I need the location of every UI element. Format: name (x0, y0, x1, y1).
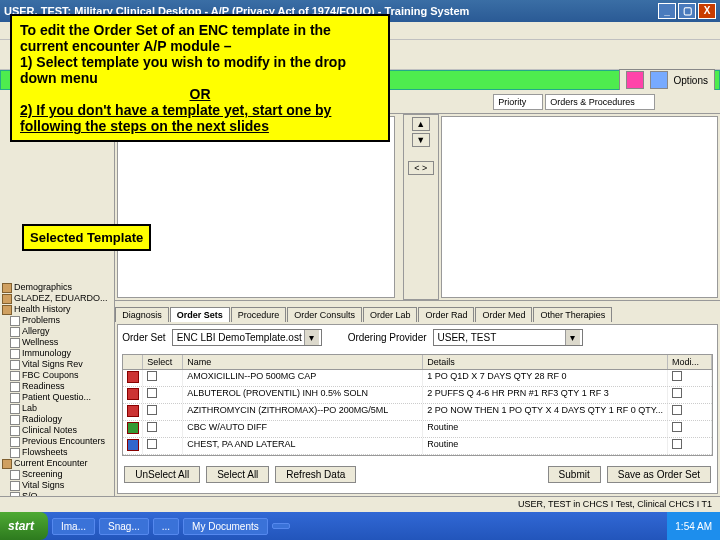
orderset-label: Order Set (122, 332, 165, 343)
nav-tree[interactable]: Demographics GLADEZ, EDUARDO... Health H… (0, 90, 115, 496)
select-checkbox[interactable] (147, 388, 157, 398)
lab-icon (127, 422, 139, 434)
tree-item: Current Encounter (2, 458, 112, 469)
file-icon (10, 382, 20, 392)
status-bar: USER, TEST in CHCS I Test, Clinical CHCS… (0, 496, 720, 512)
select-all-button[interactable]: Select All (206, 466, 269, 483)
table-row[interactable]: AZITHROMYCIN (ZITHROMAX)--PO 200MG/5ML2 … (123, 404, 712, 421)
tab-order-rad[interactable]: Order Rad (418, 307, 474, 322)
taskbar-item[interactable] (272, 523, 290, 529)
tabs: Diagnosis Order Sets Procedure Order Con… (115, 300, 720, 322)
right-pane: Chronic/Acute|Type Priority Orders & Pro… (115, 90, 720, 496)
tree-item: Immunology (10, 348, 112, 359)
file-icon (10, 371, 20, 381)
tab-order-consults[interactable]: Order Consults (287, 307, 362, 322)
tree-item: S/O (10, 491, 112, 496)
modify-checkbox[interactable] (672, 439, 682, 449)
submit-orders-button[interactable]: Submit (548, 466, 601, 483)
file-icon (10, 426, 20, 436)
orders-procedures-area[interactable] (441, 116, 718, 298)
minimize-button[interactable]: _ (658, 3, 676, 19)
start-button[interactable]: start (0, 512, 48, 540)
tab-order-sets[interactable]: Order Sets (170, 307, 230, 322)
table-row[interactable]: CHEST, PA AND LATERALRoutine (123, 438, 712, 455)
tree-item: Radiology (10, 414, 112, 425)
tree-item: Allergy (10, 326, 112, 337)
refresh-data-button[interactable]: Refresh Data (275, 466, 356, 483)
provider-dropdown[interactable]: USER, TEST (433, 329, 583, 346)
taskbar-item[interactable]: Snag... (99, 518, 149, 535)
tree-item: Demographics (2, 282, 112, 293)
tree-item: FBC Coupons (10, 370, 112, 381)
table-row[interactable]: CBC W/AUTO DIFFRoutine (123, 421, 712, 438)
taskbar-item[interactable]: My Documents (183, 518, 268, 535)
modify-checkbox[interactable] (672, 371, 682, 381)
file-icon (10, 316, 20, 326)
file-icon (10, 470, 20, 480)
modify-checkbox[interactable] (672, 405, 682, 415)
tab-order-lab[interactable]: Order Lab (363, 307, 418, 322)
file-icon (10, 360, 20, 370)
taskbar: start Ima... Snag... ... My Documents 1:… (0, 512, 720, 540)
tab-other-therapies[interactable]: Other Therapies (533, 307, 612, 322)
tab-order-med[interactable]: Order Med (475, 307, 532, 322)
maximize-button[interactable]: ▢ (678, 3, 696, 19)
close-button[interactable]: X (698, 3, 716, 19)
file-icon (10, 481, 20, 491)
modify-checkbox[interactable] (672, 388, 682, 398)
col-details[interactable]: Details (423, 355, 668, 369)
folder-icon (2, 283, 12, 293)
folder-icon (2, 459, 12, 469)
diagnosis-list-area[interactable] (117, 116, 394, 298)
unselect-all-button[interactable]: UnSelect All (124, 466, 200, 483)
tree-item: Patient Questio... (10, 392, 112, 403)
system-tray[interactable]: 1:54 AM (667, 512, 720, 540)
file-icon (10, 327, 20, 337)
select-checkbox[interactable] (147, 371, 157, 381)
tree-item: Problems (10, 315, 112, 326)
selected-template-callout: Selected Template (22, 224, 151, 251)
avatar2-icon (650, 71, 668, 89)
file-icon (10, 349, 20, 359)
tree-item: Vital Signs (10, 480, 112, 491)
file-icon (10, 338, 20, 348)
priority-controls: ▲ ▼ < > (403, 114, 439, 300)
file-icon (10, 393, 20, 403)
priority-swap-button[interactable]: < > (408, 161, 434, 175)
table-row[interactable]: AMOXICILLIN--PO 500MG CAP1 PO Q1D X 7 DA… (123, 370, 712, 387)
taskbar-item[interactable]: ... (153, 518, 179, 535)
main-area: Demographics GLADEZ, EDUARDO... Health H… (0, 90, 720, 496)
tree-item: Wellness (10, 337, 112, 348)
tree-item: Screening (10, 469, 112, 480)
modify-checkbox[interactable] (672, 422, 682, 432)
file-icon (10, 404, 20, 414)
select-checkbox[interactable] (147, 405, 157, 415)
tab-procedure[interactable]: Procedure (231, 307, 287, 322)
taskbar-item[interactable]: Ima... (52, 518, 95, 535)
button-row: UnSelect All Select All Refresh Data Sub… (118, 460, 717, 489)
priority-down-button[interactable]: ▼ (412, 133, 430, 147)
table-row[interactable]: ALBUTEROL (PROVENTIL) INH 0.5% SOLN2 PUF… (123, 387, 712, 404)
rad-icon (127, 439, 139, 451)
col-modify[interactable]: Modi... (668, 355, 712, 369)
options-button[interactable]: Options (619, 69, 715, 91)
clock: 1:54 AM (675, 521, 712, 532)
col-select[interactable]: Select (143, 355, 183, 369)
tree-item: Vital Signs Rev (10, 359, 112, 370)
tree-item: Readiness (10, 381, 112, 392)
file-icon (10, 415, 20, 425)
col-name[interactable]: Name (183, 355, 423, 369)
tab-diagnosis[interactable]: Diagnosis (115, 307, 169, 322)
file-icon (10, 448, 20, 458)
save-as-orderset-button[interactable]: Save as Order Set (607, 466, 711, 483)
folder-icon (2, 294, 12, 304)
tree-item: GLADEZ, EDUARDO... (2, 293, 112, 304)
select-checkbox[interactable] (147, 422, 157, 432)
med-icon (127, 388, 139, 400)
avatar-icon (626, 71, 644, 89)
select-checkbox[interactable] (147, 439, 157, 449)
med-icon (127, 371, 139, 383)
tree-item: Previous Encounters (10, 436, 112, 447)
priority-up-button[interactable]: ▲ (412, 117, 430, 131)
orderset-dropdown[interactable]: ENC LBI DemoTemplate.ost (172, 329, 322, 346)
